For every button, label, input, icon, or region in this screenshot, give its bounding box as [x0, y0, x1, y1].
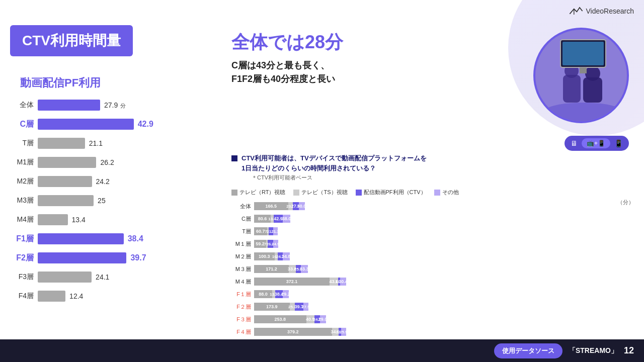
- bar-segment: 253.8: [254, 315, 306, 323]
- streamo-label: 「STREAMO」: [569, 346, 618, 355]
- stacked-bar-chart: 全体166.523.227.930.0C層80.613.742.938.0T層6…: [231, 201, 634, 337]
- question-line1: CTV利用可能者は、TVデバイスで動画配信プラットフォームを1日当たりどのくらい…: [242, 153, 427, 173]
- stacked-label: F２層: [231, 303, 254, 311]
- bullet-icon: [231, 155, 237, 161]
- stacked-label: F３層: [231, 316, 254, 323]
- title-box: CTV利用時間量: [10, 25, 133, 56]
- legend-item: その他: [434, 189, 459, 196]
- svg-point-6: [585, 66, 600, 81]
- bar-label: M3層: [10, 196, 38, 205]
- bar-container: 24.1: [38, 272, 221, 283]
- question-text: CTV利用可能者は、TVデバイスで動画配信プラットフォームを1日当たりどのくらい…: [242, 153, 427, 182]
- header: VideoResearch: [569, 6, 634, 16]
- bar-segment: 30.4: [340, 278, 346, 286]
- bar-segment: 25.5: [290, 303, 295, 311]
- bar-container: 39.7: [38, 252, 221, 263]
- bar-container: 24.2: [38, 176, 221, 187]
- legend-label: テレビ（RT）視聴: [239, 189, 285, 196]
- bar-segment: 21.3: [273, 227, 278, 235]
- bar-unit: 分: [119, 103, 126, 109]
- svg-rect-8: [562, 42, 604, 65]
- bar-segment: 34.8: [283, 252, 290, 260]
- bar-value: 24.1: [96, 273, 109, 281]
- bar-value: 12.4: [69, 292, 83, 300]
- bar-segment: 42.9: [274, 215, 283, 223]
- bar-segment: 29.2: [283, 290, 289, 298]
- bar-container: 25: [38, 195, 221, 206]
- bar-label: F4層: [10, 292, 38, 301]
- stacked-bars: 372.143.113.430.4: [254, 278, 634, 286]
- stacked-bars: 88.013.538.429.2: [254, 290, 634, 298]
- bar-segment: 25.9: [341, 328, 347, 336]
- left-bar-row: F3層24.1: [10, 270, 221, 284]
- logo-text: VideoResearch: [586, 7, 634, 15]
- stacked-bars: 166.523.227.930.0: [254, 202, 634, 210]
- bar-value: 38.4: [128, 234, 143, 243]
- legend-color-box: [293, 190, 299, 196]
- bar-fill: [38, 119, 134, 130]
- bar-label: M2層: [10, 177, 38, 186]
- legend-item: 配信動画PF利用（CTV）: [356, 189, 426, 196]
- stacked-bars: 60.77.621.121.3: [254, 227, 634, 235]
- monitor-icon: 🖥: [571, 139, 578, 147]
- bar-container: 38.4: [38, 233, 221, 244]
- data-source-button[interactable]: 使用データソース: [494, 343, 562, 358]
- left-bar-row: F4層12.4: [10, 289, 221, 303]
- left-bar-row: 全体27.9 分: [10, 98, 221, 112]
- tv-image-circle: [533, 28, 629, 123]
- stacked-row: F２層173.925.539.727.5: [231, 302, 634, 312]
- stacked-row: 全体166.523.227.930.0: [231, 201, 634, 211]
- bar-segment: 30.0: [299, 202, 305, 210]
- bar-value: 21.1: [89, 139, 103, 147]
- left-bar-chart: 全体27.9 分C層42.9T層21.1M1層26.2M2層24.2M3層25M…: [10, 98, 221, 308]
- bar-fill: [38, 214, 68, 225]
- stacked-bars: 80.613.742.938.0: [254, 215, 634, 223]
- logo-icon: [569, 6, 583, 16]
- subtitle: 動画配信PF利用: [20, 75, 101, 90]
- bar-value: 42.9: [138, 120, 153, 129]
- bar-segment: 24.9: [273, 240, 279, 248]
- bar-value: 39.7: [130, 253, 146, 262]
- slide: VideoResearch CTV利用時間量 動画配信PF利用 全体27.9 分…: [0, 0, 644, 362]
- legend-label: その他: [442, 189, 459, 196]
- stacked-bars: 379.234.512.425.9: [254, 328, 634, 336]
- stacked-label: 全体: [231, 203, 254, 210]
- bar-value: 24.2: [96, 177, 110, 186]
- bottom-bar: 使用データソース 「STREAMO」 12: [0, 339, 644, 362]
- left-bar-row: F1層38.4: [10, 232, 221, 246]
- question-box: CTV利用可能者は、TVデバイスで動画配信プラットフォームを1日当たりどのくらい…: [231, 153, 634, 182]
- stacked-bars: 171.233.825.033.3: [254, 265, 634, 273]
- stacked-label: F１層: [231, 291, 254, 298]
- bar-segment: 100.3: [254, 252, 275, 260]
- tv-illustration: [535, 30, 629, 123]
- device-icons-bar: 🖥 📺+📱 📱: [565, 136, 629, 151]
- bar-fill: [38, 252, 126, 263]
- stacked-row: F１層88.013.538.429.2: [231, 289, 634, 299]
- bar-fill: [38, 138, 85, 149]
- legend-color-box: [231, 190, 237, 196]
- bar-segment: 38.0: [283, 215, 290, 223]
- legend-label: 配信動画PF利用（CTV）: [364, 189, 426, 196]
- bar-segment: 372.1: [254, 278, 330, 286]
- chart-legend: テレビ（RT）視聴テレビ（TS）視聴配信動画PF利用（CTV）その他: [231, 189, 459, 196]
- left-bar-row: M2層24.2: [10, 174, 221, 189]
- stacked-bars: 59.27.326.224.9: [254, 240, 634, 248]
- sub-desc-line1: C層は43分と最も長く、: [231, 60, 330, 70]
- stacked-row: F３層253.840.524.129.0: [231, 314, 634, 324]
- bar-label: C層: [10, 119, 38, 130]
- stacked-row: T層60.77.621.121.3: [231, 226, 634, 236]
- bar-value: 25: [98, 197, 106, 205]
- bar-label: 全体: [10, 101, 38, 110]
- stacked-row: C層80.613.742.938.0: [231, 214, 634, 224]
- stacked-label: M１層: [231, 240, 254, 248]
- bar-label: F3層: [10, 273, 38, 282]
- page-number: 12: [624, 345, 634, 356]
- bar-label: T層: [10, 139, 38, 148]
- left-bar-row: C層42.9: [10, 117, 221, 131]
- bar-container: 42.9: [38, 119, 221, 130]
- stacked-label: M４層: [231, 278, 254, 286]
- stacked-label: T層: [231, 228, 254, 235]
- sub-desc-line2: F1F2層も40分程度と長い: [231, 74, 335, 84]
- tv-plus-icon-active: 📺+📱: [582, 138, 610, 148]
- bar-fill: [38, 157, 96, 168]
